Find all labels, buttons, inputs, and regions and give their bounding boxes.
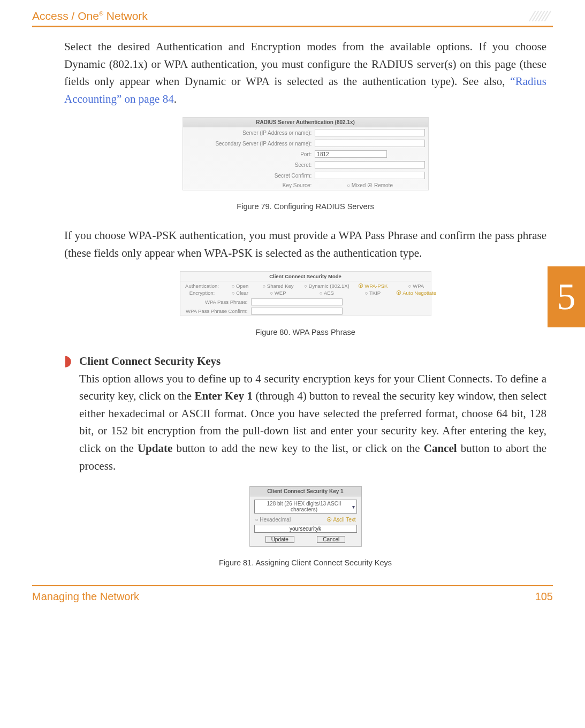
radius-form-heading: RADIUS Server Authentication (802.1x) [183, 118, 428, 127]
chevron-down-icon: ▾ [352, 504, 355, 510]
wpa-pass-label: WPA Pass Phrase: [184, 299, 248, 305]
radius-keysource-label: Key Source: [186, 182, 315, 188]
security-key-form: Client Connect Security Key 1 128 bit (2… [249, 486, 362, 547]
client-connect-keys-heading: Client Connect Security Keys [79, 352, 546, 370]
radius-port-input[interactable] [315, 150, 387, 158]
body-paragraph-2: If you choose WPA-PSK authentication, yo… [64, 227, 546, 262]
wpa-form-heading: Client Connect Security Mode [180, 272, 431, 281]
chapter-number: 5 [557, 275, 576, 318]
auth-shared-option[interactable]: ○ Shared Key [260, 283, 297, 289]
auth-open-option[interactable]: ○ Open [224, 283, 256, 289]
cancel-button[interactable]: Cancel [317, 536, 345, 543]
key-value-text: yoursecurityk [290, 526, 321, 532]
wpa-pass-input[interactable] [251, 298, 343, 305]
enc-clear-option[interactable]: ○ Clear [224, 290, 256, 296]
wpa-pass-confirm-input[interactable] [251, 308, 343, 315]
auth-wpa-option[interactable]: ○ WPA [392, 283, 440, 289]
wpa-enc-label: Encryption: [184, 290, 221, 296]
radius-secret-confirm-input[interactable] [315, 172, 424, 179]
radius-keysource-options[interactable]: ○ Mixed ⦿ Remote [315, 182, 424, 188]
registered-mark: ® [99, 10, 103, 17]
enc-auto-option[interactable]: ⦿ Auto Negotiate [392, 290, 440, 296]
key-length-value: 128 bit (26 HEX digits/13 ASCII characte… [256, 501, 352, 512]
figure-81-caption: Figure 81. Assigning Client Connect Secu… [64, 558, 546, 567]
para1-tail: . [174, 93, 177, 105]
brand-suffix: Network [103, 10, 148, 22]
client-connect-keys-paragraph: This option allows you to define up to 4… [79, 370, 546, 474]
radius-secret-confirm-label: Secret Confirm: [186, 173, 315, 179]
para1-main-text: Select the desired Authentication and En… [64, 40, 546, 88]
page-footer: Managing the Network 105 [0, 589, 585, 614]
sec3-text-3: button to add the new key to the list, o… [172, 442, 423, 455]
radius-secondary-input[interactable] [315, 140, 424, 147]
update-label-inline: Update [138, 442, 172, 455]
update-button[interactable]: Update [265, 536, 294, 543]
figure-79-wrap: RADIUS Server Authentication (802.1x) Se… [64, 117, 546, 211]
enc-wep-option[interactable]: ○ WEP [260, 290, 297, 296]
brand-title: Access / One® Network [32, 10, 148, 22]
radius-server-form: RADIUS Server Authentication (802.1x) Se… [183, 117, 429, 190]
section-client-connect-keys: ◗ Client Connect Security Keys This opti… [64, 352, 546, 481]
body-paragraph-1: Select the desired Authentication and En… [64, 38, 546, 108]
radius-secret-input[interactable] [315, 161, 424, 168]
page-number: 105 [535, 591, 553, 603]
key-length-select[interactable]: 128 bit (26 HEX digits/13 ASCII characte… [254, 500, 357, 514]
key-hex-option[interactable]: ○ Hexadecimal [255, 517, 291, 523]
key-ascii-option[interactable]: ⦿ Ascii Text [326, 517, 355, 523]
page-content: Select the desired Authentication and En… [0, 27, 585, 567]
figure-80-caption: Figure 80. WPA Pass Phrase [64, 328, 546, 336]
enc-tkip-option[interactable]: ○ TKIP [357, 290, 389, 296]
radius-server-label: Server (IP Address or name): [186, 130, 315, 136]
key-form-heading: Client Connect Security Key 1 [250, 487, 361, 496]
radius-secondary-label: Secondary Server (IP Address or name): [186, 141, 315, 147]
brand-prefix: Access / One [32, 10, 99, 22]
wpa-pass-confirm-label: WPA Pass Phrase Confirm: [184, 308, 248, 314]
auth-dynamic-option[interactable]: ○ Dynamic (802.1X) [300, 283, 354, 289]
chapter-tab: 5 [548, 266, 585, 327]
cancel-label-inline: Cancel [424, 442, 457, 455]
figure-81-wrap: Client Connect Security Key 1 128 bit (2… [64, 486, 546, 567]
wpa-security-mode-form: Client Connect Security Mode Authenticat… [180, 271, 431, 316]
radius-server-input[interactable] [315, 129, 424, 136]
radius-port-label: Port: [186, 151, 315, 157]
enter-key-1-label: Enter Key 1 [194, 389, 253, 402]
footer-divider [32, 585, 553, 586]
key-value-input[interactable]: yoursecurityk [254, 525, 357, 533]
enc-aes-option[interactable]: ○ AES [300, 290, 354, 296]
radius-secret-label: Secret: [186, 162, 315, 168]
auth-wpapsk-option[interactable]: ⦿ WPA-PSK [357, 283, 389, 289]
wpa-auth-label: Authentication: [184, 283, 221, 289]
footer-section: Managing the Network [32, 591, 139, 603]
figure-80-wrap: Client Connect Security Mode Authenticat… [64, 271, 546, 336]
bullet-icon: ◗ [64, 352, 72, 481]
figure-79-caption: Figure 79. Configuring RADIUS Servers [64, 202, 546, 211]
brand-logo-icon [528, 10, 553, 22]
page-header: Access / One® Network [0, 10, 585, 25]
